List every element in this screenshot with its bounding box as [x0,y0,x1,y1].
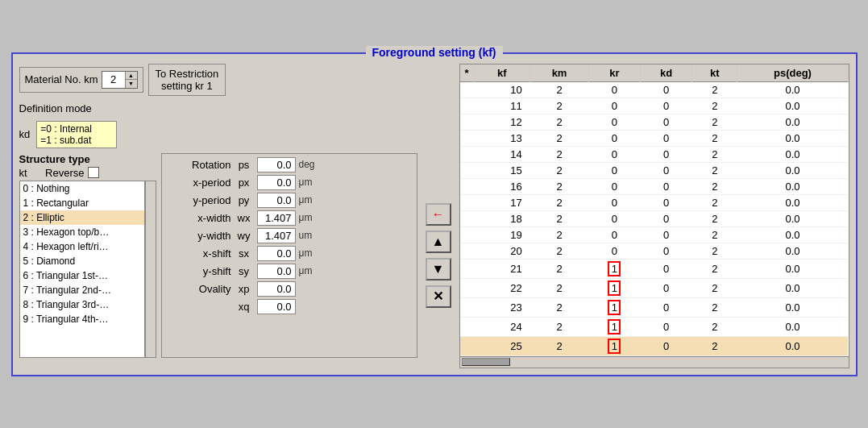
asterisk-cell [460,98,475,114]
material-label: Material No. km [25,73,98,85]
kd-cell: 0 [640,114,691,130]
reverse-checkbox[interactable] [88,167,99,178]
table-row[interactable]: 20 2 0 0 2 0.0 [460,243,849,259]
structure-list-item[interactable]: 7 : Triangular 2nd-… [20,283,144,297]
table-row[interactable]: 13 2 0 0 2 0.0 [460,130,849,146]
param-row: xq [167,299,412,314]
km-cell: 2 [530,243,589,259]
kr-cell: 0 [588,162,640,178]
param-value-input[interactable] [257,264,296,279]
param-value-input[interactable] [257,228,296,243]
table-row[interactable]: 11 2 0 0 2 0.0 [460,98,849,114]
table-row[interactable]: 19 2 0 0 2 0.0 [460,226,849,243]
kf-cell: 14 [474,146,530,162]
param-unit: deg [299,159,322,170]
kd-option-0[interactable]: =0 : Internal [40,123,113,135]
param-row: x-period px μm [167,175,412,190]
kt-cell: 2 [692,98,737,114]
param-row: x-width wx μm [167,210,412,226]
table-row[interactable]: 25 2 1 0 2 0.0 [460,336,849,355]
param-short: xq [235,301,254,313]
km-cell: 2 [530,162,589,178]
table-row[interactable]: 15 2 0 0 2 0.0 [460,162,849,178]
param-short: xp [235,283,254,295]
list-scrollbar[interactable] [145,181,156,358]
km-cell: 2 [530,278,589,297]
param-short: sx [235,247,254,260]
asterisk-cell [460,114,475,130]
param-name: Rotation [167,159,231,171]
kt-cell: 2 [692,130,737,146]
table-row[interactable]: 16 2 0 0 2 0.0 [460,178,849,194]
structure-list-item[interactable]: 1 : Rectangular [20,196,144,210]
structure-list-item[interactable]: 2 : Elliptic [20,210,144,225]
structure-list-item[interactable]: 9 : Triangular 4th-… [20,312,144,326]
table-row[interactable]: 14 2 0 0 2 0.0 [460,146,849,162]
param-value-input[interactable] [257,281,296,297]
structure-list-item[interactable]: 5 : Diamond [20,254,144,268]
kt-cell: 2 [692,336,737,355]
material-input[interactable] [102,73,125,85]
x-button[interactable]: ✕ [426,285,451,308]
param-value-input[interactable] [257,193,296,208]
ps-cell: 0.0 [737,130,848,146]
param-name: x-period [167,177,231,189]
spinbox-up[interactable]: ▲ [126,72,137,80]
table-row[interactable]: 17 2 0 0 2 0.0 [460,194,849,210]
kt-cell: 2 [692,317,737,336]
param-value-input[interactable] [257,246,296,261]
km-cell: 2 [530,81,589,98]
structure-list-item[interactable]: 6 : Triangular 1st-… [20,268,144,283]
param-value-input[interactable] [257,299,296,314]
structure-list-item[interactable]: 0 : Nothing [20,181,144,196]
kd-options[interactable]: =0 : Internal =1 : sub.dat [36,121,117,148]
kt-cell: 2 [692,278,737,297]
ps-cell: 0.0 [737,317,848,336]
structure-list-item[interactable]: 8 : Triangular 3rd-… [20,297,144,312]
param-name: y-width [167,230,231,242]
kd-cell: 0 [640,336,691,355]
ps-cell: 0.0 [737,278,848,297]
param-short: py [235,194,254,206]
kf-cell: 13 [474,130,530,146]
table-row[interactable]: 23 2 1 0 2 0.0 [460,297,849,317]
down-arrow-button[interactable]: ▼ [426,258,451,280]
structure-list-item[interactable]: 3 : Hexagon top/b… [20,225,144,239]
ps-cell: 0.0 [737,259,848,278]
asterisk-cell [460,130,475,146]
kt-cell: 2 [692,162,737,178]
kd-cell: 0 [640,162,691,178]
structure-list[interactable]: 0 : Nothing1 : Rectangular2 : Elliptic3 … [19,181,145,358]
table-row[interactable]: 10 2 0 0 2 0.0 [460,81,849,98]
table-row[interactable]: 18 2 0 0 2 0.0 [460,210,849,226]
asterisk-cell [460,194,475,210]
spinbox-arrows: ▲ ▼ [125,72,137,88]
kf-cell: 10 [474,81,530,98]
table-row[interactable]: 22 2 1 0 2 0.0 [460,278,849,297]
table-row[interactable]: 12 2 0 0 2 0.0 [460,114,849,130]
table-row[interactable]: 21 2 1 0 2 0.0 [460,259,849,278]
ps-cell: 0.0 [737,226,848,243]
kd-option-1[interactable]: =1 : sub.dat [40,135,113,146]
horizontal-scrollbar[interactable] [460,356,849,368]
asterisk-cell [460,317,475,336]
asterisk-cell [460,297,475,317]
kt-cell: 2 [692,210,737,226]
km-cell: 2 [530,226,589,243]
kt-cell: 2 [692,226,737,243]
kf-cell: 22 [474,278,530,297]
km-cell: 2 [530,98,589,114]
param-short: px [235,177,254,189]
material-spinbox[interactable]: ▲ ▼ [102,71,138,89]
up-arrow-button[interactable]: ▲ [426,231,451,253]
param-value-input[interactable] [257,157,296,172]
scrollbar-thumb[interactable] [462,358,510,366]
param-value-input[interactable] [257,175,296,190]
ps-cell: 0.0 [737,146,848,162]
param-value-input[interactable] [257,210,296,226]
kr-cell: 1 [588,317,640,336]
structure-list-item[interactable]: 4 : Hexagon left/ri… [20,239,144,254]
left-arrow-button[interactable]: ← [426,203,451,226]
table-row[interactable]: 24 2 1 0 2 0.0 [460,317,849,336]
spinbox-down[interactable]: ▼ [126,80,137,88]
